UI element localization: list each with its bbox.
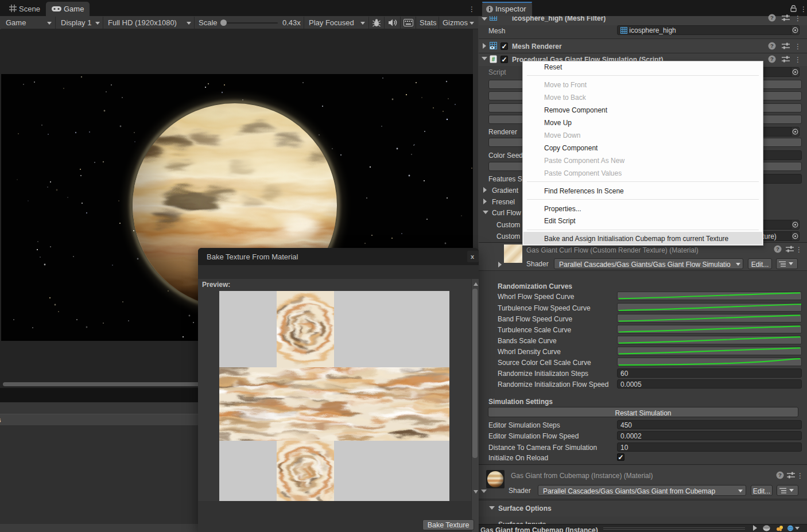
svg-text:#: #	[492, 56, 495, 63]
svg-text:?: ?	[776, 246, 779, 252]
svg-text:?: ?	[778, 472, 782, 478]
svg-text:?: ?	[770, 42, 774, 49]
svg-text:?: ?	[770, 56, 774, 62]
svg-text:?: ?	[770, 14, 774, 21]
